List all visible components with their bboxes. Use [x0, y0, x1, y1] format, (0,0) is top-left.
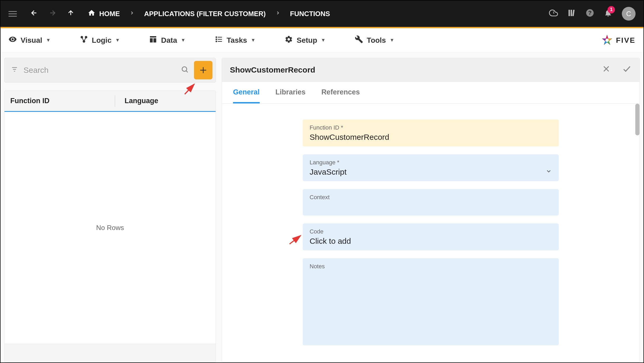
menubar-left: Visual ▼ Logic ▼ Data ▼ Tasks ▼	[8, 35, 572, 45]
logo: FIVE	[601, 34, 636, 47]
breadcrumb-functions[interactable]: FUNCTIONS	[290, 10, 330, 18]
menu-label: Setup	[297, 36, 317, 45]
breadcrumb-home[interactable]: HOME	[88, 9, 120, 19]
tools-icon	[355, 35, 363, 45]
main: Function ID Language No Rows ShowCustome…	[1, 52, 643, 362]
notifications-icon[interactable]: 1	[604, 9, 612, 19]
breadcrumb: HOME APPLICATIONS (FILTER CUSTOMER) FUNC…	[88, 9, 330, 19]
chevron-down-icon	[546, 168, 552, 176]
menu-setup[interactable]: Setup ▼	[285, 35, 326, 45]
help-icon[interactable]: ?	[585, 8, 594, 19]
menubar: Visual ▼ Logic ▼ Data ▼ Tasks ▼	[1, 28, 643, 52]
flow-icon	[80, 35, 88, 45]
svg-rect-2	[572, 9, 575, 16]
cloud-sync-icon[interactable]	[549, 8, 558, 19]
breadcrumb-label: FUNCTIONS	[290, 10, 330, 18]
form-area: Function ID * ShowCustomerRecord Languag…	[222, 104, 640, 362]
menu-label: Visual	[21, 36, 42, 45]
field-context[interactable]: Context	[303, 189, 559, 216]
svg-point-23	[182, 67, 187, 71]
svg-marker-15	[606, 35, 608, 39]
tab-general[interactable]: General	[233, 88, 260, 103]
tab-references[interactable]: References	[321, 88, 360, 103]
filter-icon[interactable]	[11, 66, 18, 75]
svg-line-31	[290, 236, 301, 244]
field-label: Code	[310, 228, 552, 235]
menu-tools[interactable]: Tools ▼	[355, 35, 394, 45]
search-icon[interactable]	[181, 65, 189, 75]
logo-mark-icon	[601, 34, 613, 47]
menu-logic[interactable]: Logic ▼	[80, 35, 120, 45]
gear-icon	[285, 35, 293, 45]
scrollbar[interactable]	[635, 104, 640, 135]
chevron-down-icon: ▼	[46, 37, 51, 43]
left-panel: Function ID Language No Rows	[4, 58, 216, 362]
menu-data[interactable]: Data ▼	[149, 35, 186, 45]
add-button[interactable]	[194, 61, 212, 79]
topbar-right: ? 1 C	[549, 7, 636, 21]
home-icon	[88, 9, 96, 19]
svg-rect-8	[216, 36, 217, 38]
search-bar	[4, 58, 216, 83]
breadcrumb-label: APPLICATIONS (FILTER CUSTOMER)	[144, 10, 266, 18]
field-notes[interactable]: Notes	[303, 258, 559, 345]
nav-arrows	[30, 9, 74, 19]
tab-libraries[interactable]: Libraries	[276, 88, 306, 103]
field-label: Notes	[310, 263, 552, 270]
column-function-id[interactable]: Function ID	[10, 97, 105, 105]
hamburger-menu[interactable]	[8, 11, 17, 17]
field-function-id[interactable]: Function ID * ShowCustomerRecord	[303, 120, 559, 146]
search-input[interactable]	[23, 66, 176, 75]
logo-text: FIVE	[616, 36, 636, 45]
annotation-arrow-icon	[288, 231, 304, 247]
svg-marker-19	[602, 39, 606, 41]
confirm-icon[interactable]	[622, 64, 632, 76]
avatar-initial: C	[626, 10, 631, 18]
menu-label: Data	[161, 36, 177, 45]
field-value: ShowCustomerRecord	[310, 133, 552, 142]
field-label: Language *	[310, 159, 552, 166]
svg-marker-16	[608, 39, 612, 41]
right-panel: ShowCustomerRecord General Libraries Ref…	[222, 58, 640, 362]
menu-visual[interactable]: Visual ▼	[8, 35, 51, 45]
field-language[interactable]: Language * JavaScript	[303, 154, 559, 181]
field-code[interactable]: Code Click to add	[303, 223, 559, 250]
chevron-down-icon: ▼	[115, 37, 120, 43]
list-icon	[215, 35, 223, 45]
avatar[interactable]: C	[622, 7, 636, 21]
chevron-down-icon: ▼	[321, 37, 326, 43]
topbar-left: HOME APPLICATIONS (FILTER CUSTOMER) FUNC…	[8, 9, 330, 19]
tabs: General Libraries References	[222, 82, 640, 104]
svg-rect-0	[569, 10, 570, 16]
svg-text:?: ?	[588, 10, 592, 16]
field-label: Function ID *	[310, 124, 552, 131]
panel-header: ShowCustomerRecord	[222, 58, 640, 82]
field-label: Context	[310, 194, 552, 201]
eye-icon	[8, 35, 17, 45]
svg-rect-13	[218, 41, 222, 42]
svg-rect-1	[571, 10, 572, 16]
panel-actions	[602, 64, 632, 76]
back-icon[interactable]	[30, 9, 38, 19]
menu-label: Tasks	[227, 36, 247, 45]
breadcrumb-applications[interactable]: APPLICATIONS (FILTER CUSTOMER)	[144, 10, 266, 18]
menu-label: Tools	[367, 36, 386, 45]
column-language[interactable]: Language	[125, 97, 158, 105]
chevron-down-icon: ▼	[390, 37, 394, 43]
svg-rect-11	[218, 39, 222, 40]
breadcrumb-label: HOME	[99, 10, 120, 18]
notification-badge: 1	[608, 6, 615, 13]
close-icon[interactable]	[602, 65, 610, 75]
table-icon	[149, 35, 157, 45]
table-area: Function ID Language No Rows	[4, 90, 216, 362]
chevron-down-icon: ▼	[181, 37, 186, 43]
svg-rect-9	[218, 37, 222, 38]
field-value: JavaScript	[310, 168, 347, 176]
library-icon[interactable]	[567, 9, 576, 19]
topbar: HOME APPLICATIONS (FILTER CUSTOMER) FUNC…	[1, 1, 643, 27]
chevron-down-icon: ▼	[251, 37, 255, 43]
table-header: Function ID Language	[4, 91, 216, 112]
menu-tasks[interactable]: Tasks ▼	[215, 35, 255, 45]
up-icon[interactable]	[67, 9, 74, 18]
field-value: Click to add	[310, 237, 552, 246]
